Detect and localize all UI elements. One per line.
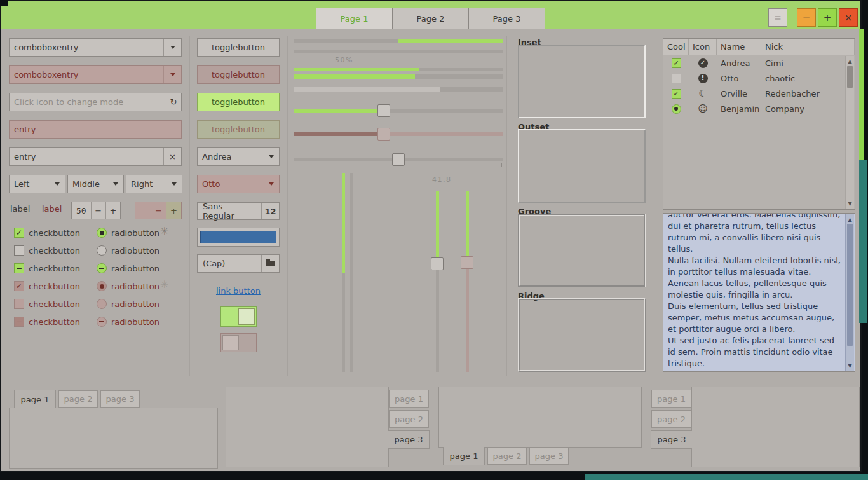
column-header-nick[interactable]: Nick — [761, 39, 855, 55]
progressbar — [294, 39, 503, 43]
tab-page-1[interactable]: Page 1 — [316, 8, 393, 29]
notebook-page — [691, 387, 860, 467]
radiobutton-label: radiobutton — [111, 228, 159, 238]
table-row[interactable]: ✓ ☾ Orville Redenbacher — [663, 86, 846, 101]
vscale-track[interactable] — [342, 173, 345, 372]
checkbutton-label: checkbutton — [29, 317, 80, 327]
clear-icon: × — [169, 152, 176, 161]
nb-tab-active[interactable]: page 3 — [651, 430, 692, 449]
tab-page-3[interactable]: Page 3 — [468, 8, 545, 29]
scrollbar-thumb[interactable] — [847, 224, 853, 346]
row-radiobutton[interactable] — [672, 104, 681, 114]
nb-tab[interactable]: page 1 — [651, 390, 691, 408]
color-button[interactable] — [197, 228, 280, 247]
scale-mark — [501, 163, 502, 167]
comboboxentry-text: comboboxentry — [10, 66, 163, 83]
spin-plus-button[interactable]: + — [105, 202, 120, 219]
entry-text: entry — [10, 121, 181, 138]
activity-fill — [294, 87, 440, 92]
name-combobox[interactable]: Andrea — [197, 147, 280, 166]
togglebutton[interactable]: togglebutton — [197, 38, 280, 57]
paragraph: auctor vel erat eros. Maecenas dignissim… — [668, 213, 841, 221]
scroll-down-icon[interactable]: ▼ — [846, 362, 854, 369]
checkbox-checked[interactable]: ✓ — [14, 228, 24, 238]
dropdown-button — [50, 175, 65, 193]
vscale-track[interactable] — [350, 173, 353, 372]
row-checkbox[interactable]: ✓ — [672, 89, 681, 99]
tab-page-2[interactable]: Page 2 — [392, 8, 469, 29]
hscale-handle[interactable] — [392, 153, 405, 166]
radiobutton-unselected[interactable] — [97, 245, 107, 256]
maximize-button[interactable]: + — [818, 8, 837, 27]
nb-tab-active[interactable]: page 1 — [14, 390, 56, 408]
row-checkbox[interactable]: ✓ — [672, 58, 681, 68]
link-button[interactable]: link button — [197, 286, 280, 296]
switch-off-insensitive — [220, 333, 257, 352]
checkbutton-label: checkbutton — [29, 228, 80, 238]
select-middle[interactable]: Middle — [67, 175, 124, 193]
comboboxentry[interactable]: comboboxentry — [9, 38, 182, 57]
clear-entry-button[interactable]: × — [163, 148, 181, 165]
textview[interactable]: auctor vel erat eros. Maecenas dignissim… — [663, 213, 855, 372]
nb-tab[interactable]: page 2 — [58, 390, 98, 408]
radiobutton-selected[interactable] — [97, 228, 107, 238]
checkbox-unchecked[interactable] — [14, 245, 24, 256]
comboboxentry-dropdown-button[interactable] — [163, 39, 181, 56]
nb-tab[interactable]: page 3 — [100, 390, 140, 408]
switch-on[interactable] — [220, 306, 257, 327]
scrollbar-thumb[interactable] — [847, 66, 853, 88]
font-button[interactable]: Sans Regular 12 — [197, 202, 280, 220]
nb-tab[interactable]: page 1 — [389, 390, 429, 408]
refresh-icon-button[interactable]: ↻ — [166, 93, 181, 111]
vscale-track[interactable] — [436, 191, 439, 372]
select-left[interactable]: Left — [9, 175, 65, 193]
switch-handle[interactable] — [238, 308, 255, 325]
minimize-button[interactable]: − — [797, 8, 816, 27]
vscale-handle[interactable] — [431, 257, 444, 270]
scrollbar[interactable]: ▲ ▼ — [845, 56, 854, 209]
radiobutton-mixed[interactable] — [97, 263, 107, 273]
checkbox-mixed[interactable]: − — [14, 263, 24, 273]
scrollbar[interactable]: ▲ ▼ — [845, 214, 854, 371]
hscale-handle[interactable] — [377, 104, 390, 117]
window-controls: ≡ − + × — [768, 8, 858, 27]
spinbutton[interactable]: 50 − + — [71, 202, 121, 219]
radiobutton-label: radiobutton — [111, 264, 159, 273]
nb-tab[interactable]: page 2 — [389, 410, 429, 428]
table-row[interactable]: ✓ ✓ Andrea Cimi — [663, 55, 846, 71]
inset-frame — [518, 45, 646, 118]
dropdown-button — [264, 175, 279, 193]
file-chooser-button[interactable]: (Cap) — [197, 254, 280, 273]
radiobutton-mixed-insensitive — [97, 317, 107, 327]
icon-mode-entry[interactable]: Click icon to change mode ↻ — [9, 93, 182, 111]
scroll-up-icon[interactable]: ▲ — [846, 57, 854, 65]
row-checkbox[interactable] — [672, 74, 681, 83]
spinbutton-value[interactable]: 50 — [72, 202, 91, 219]
table-row[interactable]: ☺ Benjamin Company — [663, 101, 846, 116]
entry-clearable[interactable]: entry × — [9, 147, 182, 166]
menu-button[interactable]: ≡ — [768, 8, 787, 27]
check-badge-icon: ✓ — [698, 58, 708, 68]
column-header-icon[interactable]: Icon — [689, 39, 717, 55]
headerbar: Page 1 Page 2 Page 3 ≡ − + × — [0, 0, 862, 29]
column-header-cool[interactable]: Cool — [663, 39, 689, 55]
separator — [189, 36, 190, 376]
select-value: Right — [126, 175, 166, 193]
table-row[interactable]: ! Otto chaotic — [663, 71, 846, 86]
scroll-down-icon[interactable]: ▼ — [846, 200, 854, 207]
nb-tab-active[interactable]: page 1 — [443, 447, 485, 465]
spin-minus-button[interactable]: − — [91, 202, 105, 219]
hscale-track[interactable] — [294, 109, 503, 113]
close-button[interactable]: × — [839, 8, 858, 27]
radio-dot-icon — [674, 107, 678, 111]
select-right[interactable]: Right — [126, 175, 182, 193]
radio-dot-icon — [100, 231, 104, 235]
scroll-up-icon[interactable]: ▲ — [846, 216, 854, 223]
nb-tab[interactable]: page 2 — [651, 410, 691, 428]
column-header-name[interactable]: Name — [717, 39, 761, 55]
paragraph: dui et pharetra rutrum, tellus lectus ru… — [668, 221, 841, 255]
togglebutton-active[interactable]: togglebutton — [197, 93, 280, 111]
nb-tab[interactable]: page 3 — [529, 448, 569, 465]
nb-tab[interactable]: page 2 — [487, 448, 527, 465]
nb-tab-active[interactable]: page 3 — [388, 430, 430, 449]
